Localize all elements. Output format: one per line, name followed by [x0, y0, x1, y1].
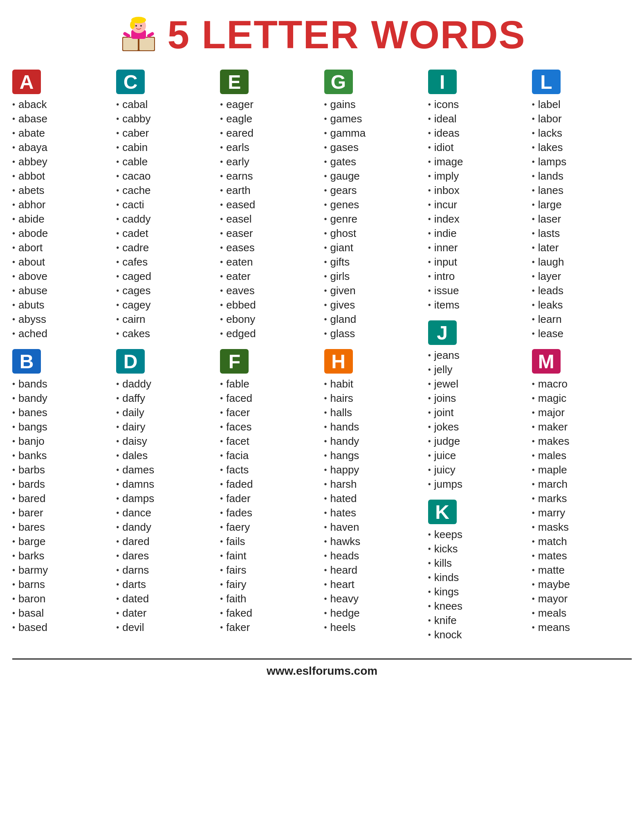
- word-list-B: bandsbandybanesbangsbanjobanksbarbsbards…: [12, 377, 112, 635]
- list-item: dames: [116, 463, 216, 477]
- list-item: facia: [220, 448, 320, 463]
- letter-D: D: [123, 350, 138, 373]
- word-list-F: fablefacedfacerfacesfacetfaciafactsfaded…: [220, 377, 320, 635]
- column-3: Eeagereagleearedearlsearlyearnsearthease…: [220, 70, 320, 650]
- letter-M: M: [538, 350, 554, 373]
- letter-B: B: [20, 350, 34, 373]
- list-item: dared: [116, 534, 216, 549]
- list-item: leads: [532, 284, 632, 298]
- list-item: large: [532, 198, 632, 212]
- list-item: eater: [220, 269, 320, 284]
- list-item: abase: [12, 112, 112, 126]
- list-item: heads: [324, 549, 424, 563]
- list-item: knock: [428, 628, 528, 642]
- word-list-L: labellaborlackslakeslampslandslaneslarge…: [532, 97, 632, 341]
- list-item: earth: [220, 183, 320, 198]
- letter-A: A: [20, 71, 34, 93]
- footer-website: www.eslforums.com: [267, 665, 377, 677]
- list-item: cadet: [116, 226, 216, 241]
- list-item: early: [220, 155, 320, 169]
- word-list-A: abackabaseabateabayaabbeyabbotabetsabhor…: [12, 97, 112, 341]
- list-item: matte: [532, 563, 632, 577]
- page-title: 5 LETTER WORDS: [167, 12, 525, 57]
- list-item: gauge: [324, 169, 424, 183]
- list-item: ghost: [324, 226, 424, 241]
- list-item: meals: [532, 606, 632, 620]
- section-I: Iiconsidealideasidiotimageimplyinboxincu…: [428, 70, 528, 312]
- word-list-G: gainsgamesgammagasesgatesgaugegearsgenes…: [324, 97, 424, 341]
- list-item: items: [428, 298, 528, 312]
- list-item: maple: [532, 463, 632, 477]
- list-item: lacks: [532, 126, 632, 140]
- list-item: magic: [532, 391, 632, 405]
- list-item: makes: [532, 434, 632, 448]
- list-item: eagle: [220, 112, 320, 126]
- list-item: daily: [116, 405, 216, 420]
- list-item: lamps: [532, 155, 632, 169]
- footer: www.eslforums.com: [12, 658, 632, 683]
- list-item: jelly: [428, 363, 528, 377]
- list-item: gamma: [324, 126, 424, 140]
- main-grid: Aabackabaseabateabayaabbeyabbotabetsabho…: [12, 70, 632, 650]
- list-item: eaves: [220, 284, 320, 298]
- section-D: Ddaddydaffydailydairydaisydalesdamesdamn…: [116, 349, 216, 635]
- list-item: knife: [428, 613, 528, 628]
- list-item: harsh: [324, 477, 424, 491]
- list-item: juicy: [428, 463, 528, 477]
- svg-rect-2: [139, 38, 154, 50]
- list-item: ideas: [428, 126, 528, 140]
- list-item: eared: [220, 126, 320, 140]
- list-item: above: [12, 269, 112, 284]
- list-item: girls: [324, 269, 424, 284]
- list-item: barns: [12, 577, 112, 592]
- list-item: halls: [324, 405, 424, 420]
- list-item: kicks: [428, 542, 528, 556]
- list-item: banjo: [12, 434, 112, 448]
- list-item: cacti: [116, 198, 216, 212]
- list-item: mayor: [532, 592, 632, 606]
- list-item: easel: [220, 212, 320, 226]
- list-item: ideal: [428, 112, 528, 126]
- svg-rect-1: [123, 38, 138, 50]
- list-item: maybe: [532, 577, 632, 592]
- letter-badge-L: L: [532, 70, 561, 94]
- list-item: eases: [220, 241, 320, 255]
- list-item: damns: [116, 477, 216, 491]
- list-item: label: [532, 97, 632, 112]
- list-item: inbox: [428, 183, 528, 198]
- list-item: handy: [324, 434, 424, 448]
- list-item: dairy: [116, 420, 216, 434]
- svg-point-8: [135, 25, 137, 27]
- list-item: faced: [220, 391, 320, 405]
- list-item: bares: [12, 520, 112, 534]
- list-item: facts: [220, 463, 320, 477]
- list-item: aback: [12, 97, 112, 112]
- letter-badge-D: D: [116, 349, 145, 374]
- list-item: eased: [220, 198, 320, 212]
- list-item: faces: [220, 420, 320, 434]
- section-A: Aabackabaseabateabayaabbeyabbotabetsabho…: [12, 70, 112, 341]
- list-item: icons: [428, 97, 528, 112]
- column-5: Iiconsidealideasidiotimageimplyinboxincu…: [428, 70, 528, 650]
- list-item: kinds: [428, 570, 528, 585]
- letter-J: J: [437, 322, 448, 344]
- list-item: incur: [428, 198, 528, 212]
- list-item: knees: [428, 599, 528, 613]
- letter-G: G: [331, 71, 346, 93]
- list-item: leaks: [532, 298, 632, 312]
- list-item: hedge: [324, 606, 424, 620]
- list-item: earns: [220, 169, 320, 183]
- list-item: issue: [428, 284, 528, 298]
- section-L: Llabellaborlackslakeslampslandslaneslarg…: [532, 70, 632, 341]
- list-item: kings: [428, 585, 528, 599]
- list-item: later: [532, 241, 632, 255]
- list-item: dance: [116, 506, 216, 520]
- letter-badge-M: M: [532, 349, 561, 374]
- list-item: baron: [12, 592, 112, 606]
- list-item: eager: [220, 97, 320, 112]
- list-item: abort: [12, 241, 112, 255]
- list-item: jewel: [428, 377, 528, 391]
- page-wrapper: 5 LETTER WORDS Aabackabaseabateabayaabbe…: [0, 0, 644, 699]
- list-item: based: [12, 620, 112, 635]
- list-item: march: [532, 477, 632, 491]
